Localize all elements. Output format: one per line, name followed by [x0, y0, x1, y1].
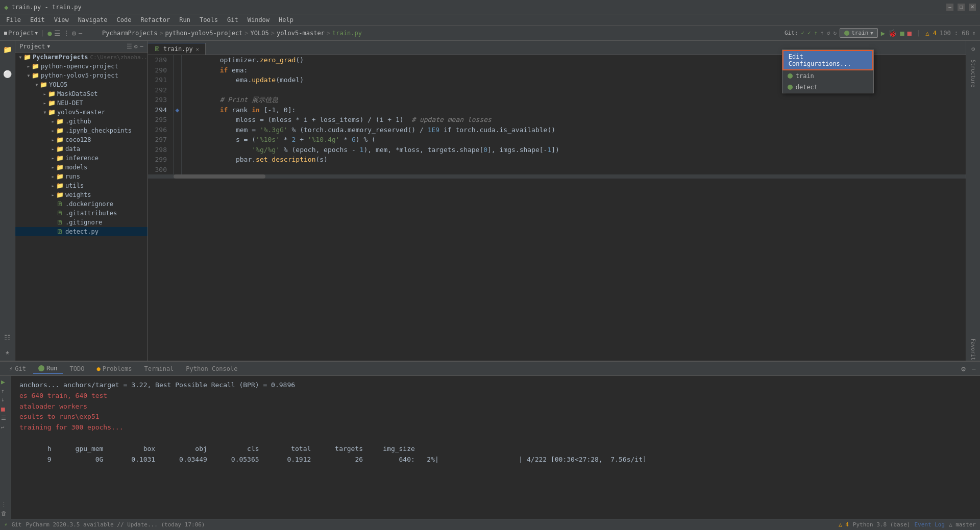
menu-help[interactable]: Help	[275, 15, 298, 24]
tree-runs[interactable]: ► 📁 runs	[15, 172, 148, 181]
tree-root[interactable]: ▼ 📁 PycharmProjects C:\Users\zhaoha...	[15, 53, 148, 62]
maximize-button[interactable]: □	[958, 4, 965, 11]
scroll-up-icon[interactable]: ↑	[1, 388, 10, 394]
breadcrumb-item-2[interactable]: python-yolov5-project	[165, 30, 243, 37]
wrap-icon[interactable]: ↵	[1, 423, 10, 430]
bottom-tab-terminal[interactable]: Terminal	[139, 364, 179, 373]
toolbar-icon-minus[interactable]: −	[78, 29, 82, 37]
line-col-indicator[interactable]: 100 : 68	[940, 30, 969, 37]
bottom-tab-python-console[interactable]: Python Console	[181, 364, 242, 373]
scroll-down-icon[interactable]: ↓	[1, 396, 10, 403]
git-arrow2-icon[interactable]: ↑	[820, 30, 824, 36]
run-detect-item[interactable]: detect	[782, 82, 873, 93]
menu-window[interactable]: Window	[243, 15, 274, 24]
activity-commit-icon[interactable]: ⚪	[1, 67, 14, 81]
debug-button[interactable]: 🐞	[888, 29, 897, 37]
toolbar-icon-list[interactable]: ☰	[54, 29, 61, 37]
git-redo-icon[interactable]: ↻	[834, 30, 837, 36]
right-icon-settings[interactable]: ⚙	[967, 43, 979, 55]
toolbar-icon-gear[interactable]: ⚙	[72, 29, 76, 37]
status-git-icon[interactable]: ⚡	[4, 521, 8, 528]
expand-icon[interactable]: ⇑	[972, 30, 976, 37]
code-editor[interactable]: 289 290 291 292 293 294 295 296 297 298 …	[148, 55, 966, 361]
tree-maskdataset[interactable]: ► 📁 MaskDataSet	[15, 89, 148, 98]
bottom-tab-git[interactable]: ⚡ Git	[4, 364, 31, 373]
status-warning-count[interactable]: △ 4	[839, 521, 849, 528]
settings-icon[interactable]: ⚙	[134, 43, 138, 50]
tree-data[interactable]: ► 📁 data	[15, 144, 148, 154]
tree-utils[interactable]: ► 📁 utils	[15, 181, 148, 190]
coverage-button[interactable]: ■	[900, 29, 904, 37]
project-dropdown-arrow[interactable]: ▼	[47, 44, 50, 49]
menu-run[interactable]: Run	[175, 15, 194, 24]
tree-gitattributes[interactable]: ► 🖹 .gitattributes	[15, 209, 148, 218]
horizontal-scrollbar[interactable]	[148, 174, 966, 179]
close-button[interactable]: ✕	[969, 4, 976, 11]
menu-navigate[interactable]: Navigate	[74, 15, 112, 24]
tree-ipynb-checkpoints[interactable]: ► 📁 .ipynb_checkpoints	[15, 126, 148, 135]
breadcrumb-item-3[interactable]: YOLO5	[251, 30, 269, 37]
rerun-icon[interactable]: ▶	[1, 378, 10, 386]
tree-gitignore[interactable]: ► 🖹 .gitignore	[15, 218, 148, 227]
breadcrumb-item-5[interactable]: train.py	[332, 30, 362, 37]
breadcrumb-item-1[interactable]: PycharmProjects	[102, 30, 157, 37]
hide-panel-icon[interactable]: −	[140, 43, 143, 50]
tab-train-py[interactable]: 🖹 train.py ✕	[148, 43, 206, 55]
tab-close-button[interactable]: ✕	[196, 46, 199, 52]
edit-configurations-item[interactable]: Edit Configurations...	[782, 50, 873, 70]
tree-neu-det[interactable]: ► 📁 NEU-DET	[15, 98, 148, 108]
menu-refactor[interactable]: Refactor	[136, 15, 174, 24]
tree-detect-py[interactable]: ► 🖹 detect.py	[15, 227, 148, 236]
bottom-panel-settings-icon[interactable]: ⚙	[961, 365, 965, 373]
activity-structure-icon[interactable]: ☷	[1, 331, 14, 344]
menu-view[interactable]: View	[50, 15, 73, 24]
tree-dockerignore[interactable]: ► 🖹 .dockerignore	[15, 199, 148, 209]
toolbar-icon-globe[interactable]: ●	[47, 29, 52, 37]
stop-run-icon[interactable]: ■	[1, 405, 10, 413]
breadcrumb-item-4[interactable]: yolov5-master	[277, 30, 325, 37]
tree-coco128[interactable]: ► 📁 coco128	[15, 135, 148, 144]
bottom-tab-run[interactable]: Run	[33, 364, 63, 374]
git-check-icon[interactable]: ✓	[801, 30, 804, 36]
minimize-button[interactable]: –	[946, 4, 953, 11]
run-train-item[interactable]: train	[782, 70, 873, 82]
collapse-all-icon[interactable]: ☰	[127, 43, 132, 50]
run-config-button[interactable]: train ▼	[840, 28, 878, 38]
stop-button[interactable]: ■	[908, 29, 912, 37]
horizontal-scrollbar-thumb[interactable]	[174, 174, 265, 179]
tree-github[interactable]: ► 📁 .github	[15, 117, 148, 126]
status-event-log[interactable]: Event Log	[914, 521, 945, 528]
menu-git[interactable]: Git	[223, 15, 242, 24]
activity-project-icon[interactable]: 📁	[1, 43, 14, 56]
menu-code[interactable]: Code	[113, 15, 136, 24]
bottom-main: ▶ ↑ ↓ ■ ☰ ↵ ⋮ 🗑 anchors... anchors/targe…	[0, 376, 980, 519]
tree-inference[interactable]: ► 📁 inference	[15, 154, 148, 163]
tree-yolo5[interactable]: ▼ 📁 YOLO5	[15, 80, 148, 89]
status-git-branch[interactable]: △ master	[949, 521, 976, 528]
toolbar-icon-columns[interactable]: ⋮	[63, 29, 70, 37]
right-icon-favorites[interactable]: Favorites	[967, 346, 979, 359]
menu-tools[interactable]: Tools	[195, 15, 222, 24]
tree-weights[interactable]: ► 📁 weights	[15, 190, 148, 199]
tree-models[interactable]: ► 📁 models	[15, 163, 148, 172]
bottom-panel-minimize-icon[interactable]: −	[972, 365, 976, 373]
trash-icon[interactable]: 🗑	[1, 510, 10, 517]
bottom-tab-todo[interactable]: TODO	[65, 364, 90, 373]
git-undo-icon[interactable]: ↺	[827, 30, 830, 36]
tree-yolov5-master[interactable]: ▼ 📁 yolov5-master	[15, 108, 148, 117]
tree-python-opencv-project[interactable]: ► 📁 python-opencv-project	[15, 62, 148, 71]
git-check2-icon[interactable]: ✓	[807, 30, 811, 36]
menu-file[interactable]: File	[2, 15, 25, 24]
list-icon[interactable]: ⋮	[1, 501, 10, 508]
warning-count[interactable]: △ 4	[925, 30, 937, 37]
status-python-version[interactable]: Python 3.8 (base)	[853, 521, 911, 528]
project-dropdown[interactable]: ■ Project ▼	[4, 30, 38, 37]
run-button[interactable]: ▶	[881, 29, 885, 37]
tree-python-yolov5-project[interactable]: ▼ 📁 python-yolov5-project	[15, 71, 148, 80]
activity-favorites-icon[interactable]: ★	[1, 345, 14, 359]
filter-icon[interactable]: ☰	[1, 415, 10, 421]
git-arrow-icon[interactable]: ↑	[814, 30, 818, 36]
menu-edit[interactable]: Edit	[26, 15, 49, 24]
right-icon-structure[interactable]: Structure	[967, 67, 979, 80]
bottom-tab-problems[interactable]: ● Problems	[92, 364, 137, 373]
